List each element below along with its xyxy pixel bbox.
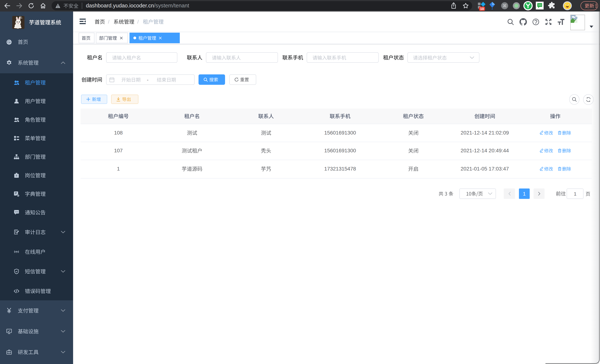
svg-text:⌘: ⌘ [503, 3, 507, 8]
svg-text:10: 10 [480, 7, 484, 11]
